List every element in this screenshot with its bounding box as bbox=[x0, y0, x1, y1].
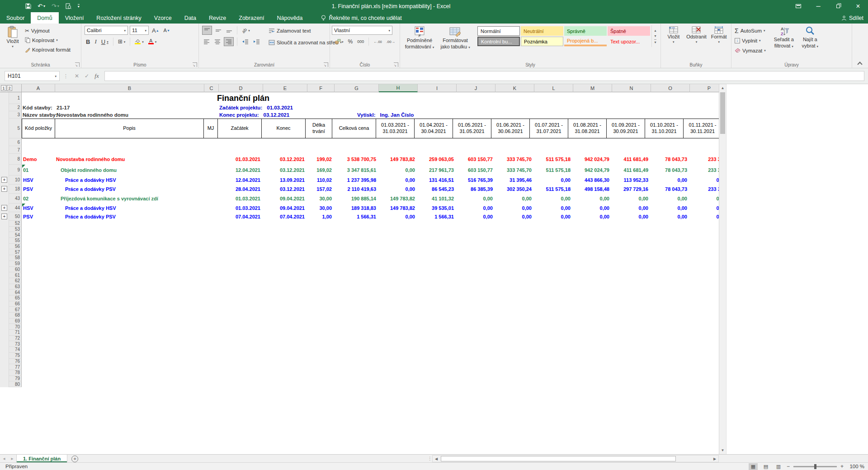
row-header-44[interactable]: 44 bbox=[9, 204, 22, 212]
row-header-75[interactable]: 75 bbox=[9, 353, 22, 359]
column-header-P[interactable]: P bbox=[690, 84, 719, 92]
cell-J44[interactable]: 0,00 bbox=[457, 204, 495, 212]
minimize-button[interactable]: ─ bbox=[808, 0, 828, 12]
name-box[interactable]: H101▾ bbox=[5, 71, 60, 81]
font-family-select[interactable]: Calibri▾ bbox=[85, 26, 128, 35]
outline-level-1-button[interactable]: 1 bbox=[1, 85, 6, 91]
cell-K44[interactable]: 0,00 bbox=[495, 204, 534, 212]
sheet-nav-right-icon[interactable]: ▸ bbox=[8, 455, 16, 462]
row-header-80[interactable]: 80 bbox=[9, 381, 22, 387]
font-size-select[interactable]: 11▾ bbox=[130, 26, 149, 35]
horizontal-scrollbar[interactable]: ◀ ▶ bbox=[432, 455, 719, 462]
customize-qat-icon[interactable]: ▾ bbox=[78, 4, 80, 9]
cell-I9[interactable]: 217 961,73 bbox=[418, 165, 457, 176]
cell-M50[interactable]: 0,00 bbox=[573, 212, 612, 221]
row-header-59[interactable]: 59 bbox=[9, 261, 22, 267]
cell-F18[interactable]: 157,02 bbox=[307, 185, 335, 194]
table-header-G5[interactable]: Celková cena bbox=[332, 119, 376, 138]
style-check-cell[interactable]: Kontrolní bu... bbox=[477, 37, 520, 46]
tab-napoveda[interactable]: Nápověda bbox=[271, 12, 309, 24]
table-header-J5[interactable]: 01.05.2021 -31.05.2021 bbox=[453, 119, 491, 138]
row-header-5[interactable]: 5 bbox=[9, 119, 22, 138]
cell-F50[interactable]: 1,00 bbox=[307, 212, 335, 221]
number-format-select[interactable]: Vlastní▾ bbox=[332, 26, 392, 35]
row-header-2[interactable]: 2 bbox=[9, 104, 22, 111]
cell-F9[interactable]: 169,02 bbox=[307, 165, 335, 176]
style-note[interactable]: Poznámka bbox=[521, 37, 563, 46]
row-header-73[interactable]: 73 bbox=[9, 341, 22, 347]
row-header-79[interactable]: 79 bbox=[9, 376, 22, 382]
row-header-52[interactable]: 52 bbox=[9, 221, 22, 227]
cell-I50[interactable]: 1 566,31 bbox=[418, 212, 457, 221]
redo-icon[interactable]: ↷▾ bbox=[52, 3, 59, 9]
column-header-C[interactable]: C bbox=[204, 84, 219, 92]
cell-M10[interactable]: 443 866,30 bbox=[573, 176, 612, 185]
cell-O43[interactable]: 0,00 bbox=[651, 194, 690, 204]
scroll-right-icon[interactable]: ▶ bbox=[711, 456, 718, 462]
sheet-title[interactable]: Finanční plán bbox=[144, 92, 343, 104]
conditional-formatting-button[interactable]: ≠ Podmíněné formátování ▾ bbox=[402, 25, 437, 51]
cell-D50[interactable]: 07.04.2021 bbox=[219, 212, 263, 221]
tabbar-splitter[interactable]: ⋮ bbox=[428, 456, 432, 461]
orientation-icon[interactable]: ab▾ bbox=[241, 26, 251, 35]
cell-M44[interactable]: 0,00 bbox=[573, 204, 612, 212]
project-end[interactable]: Konec projektu:03.12.2021 bbox=[219, 111, 289, 119]
ribbon-display-options-icon[interactable] bbox=[788, 0, 808, 12]
tab-zobrazeni[interactable]: Zobrazení bbox=[232, 12, 270, 24]
cell-E18[interactable]: 03.12.2021 bbox=[263, 185, 307, 194]
cell-B43[interactable]: Příjezdová komunikace s vyrovnávací zdí bbox=[55, 194, 204, 204]
row-header-9[interactable]: 9 bbox=[9, 165, 22, 176]
cell-K43[interactable]: 0,00 bbox=[495, 194, 534, 204]
bold-button[interactable]: B bbox=[85, 37, 91, 46]
align-left-icon[interactable] bbox=[202, 37, 211, 46]
table-header-A5[interactable]: Kód položky bbox=[22, 119, 55, 138]
cell-O10[interactable]: 0,00 bbox=[651, 176, 690, 185]
tell-me-box[interactable]: Řekněte mi, co chcete udělat bbox=[321, 12, 402, 24]
cell-E8[interactable]: 03.12.2021 bbox=[263, 154, 307, 165]
row-header-74[interactable]: 74 bbox=[9, 347, 22, 353]
cell-M18[interactable]: 498 158,48 bbox=[573, 185, 612, 194]
row-header-69[interactable]: 69 bbox=[9, 318, 22, 324]
increase-indent-icon[interactable] bbox=[252, 37, 261, 46]
gallery-more-icon[interactable]: ▾ bbox=[654, 39, 656, 44]
row-header-54[interactable]: 54 bbox=[9, 232, 22, 238]
cell-E10[interactable]: 13.09.2021 bbox=[263, 176, 307, 185]
table-header-B5[interactable]: Popis bbox=[55, 119, 204, 138]
cell-L8[interactable]: 511 575,18 bbox=[534, 154, 573, 165]
cell-B10[interactable]: Práce a dodávky HSV bbox=[55, 176, 204, 185]
cell-E50[interactable]: 07.04.2021 bbox=[263, 212, 307, 221]
row-header-70[interactable]: 70 bbox=[9, 324, 22, 330]
cell-D8[interactable]: 01.03.2021 bbox=[219, 154, 263, 165]
row-header-72[interactable]: 72 bbox=[9, 336, 22, 342]
cell-L9[interactable]: 511 575,18 bbox=[534, 165, 573, 176]
cell-M43[interactable]: 0,00 bbox=[573, 194, 612, 204]
cell-K18[interactable]: 302 350,24 bbox=[495, 185, 534, 194]
table-header-K5[interactable]: 01.06.2021 -30.06.2021 bbox=[491, 119, 530, 138]
cell-P43[interactable]: 0,00 bbox=[690, 194, 719, 204]
column-header-O[interactable]: O bbox=[651, 84, 690, 92]
cell-A8[interactable]: Demo bbox=[22, 154, 55, 165]
table-header-P5[interactable]: 01.11.2021 -30.11.2021 bbox=[683, 119, 719, 138]
cell-P44[interactable]: 0,00 bbox=[690, 204, 719, 212]
cell-A44[interactable]: HSV bbox=[22, 204, 55, 212]
cell-A50[interactable]: PSV bbox=[22, 212, 55, 221]
horizontal-scroll-thumb[interactable] bbox=[441, 456, 676, 461]
vertical-scrollbar[interactable]: ▲ ▼ bbox=[719, 84, 726, 454]
cell-G18[interactable]: 2 110 419,63 bbox=[335, 185, 379, 194]
row-header-67[interactable]: 67 bbox=[9, 307, 22, 313]
cell-H44[interactable]: 149 783,82 bbox=[379, 204, 418, 212]
project-start[interactable]: Začátek projektu:01.03.2021 bbox=[219, 104, 293, 111]
cell-H10[interactable]: 0,00 bbox=[379, 176, 418, 185]
column-header-E[interactable]: E bbox=[263, 84, 307, 92]
row-header-55[interactable]: 55 bbox=[9, 238, 22, 244]
cell-I18[interactable]: 86 545,23 bbox=[418, 185, 457, 194]
scroll-down-icon[interactable]: ▼ bbox=[719, 446, 726, 454]
tab-rozlozeni-stranky[interactable]: Rozložení stránky bbox=[90, 12, 147, 24]
cell-A9[interactable]: 01 bbox=[22, 165, 55, 176]
cut-button[interactable]: ✂Vyjmout bbox=[24, 26, 72, 35]
row-header-78[interactable]: 78 bbox=[9, 370, 22, 376]
cell-G44[interactable]: 189 318,83 bbox=[335, 204, 379, 212]
sheet-nav-left-icon[interactable]: ◂ bbox=[0, 455, 8, 462]
delete-cells-button[interactable]: Odstranit▾ bbox=[684, 25, 709, 44]
cell-E44[interactable]: 09.04.2021 bbox=[263, 204, 307, 212]
